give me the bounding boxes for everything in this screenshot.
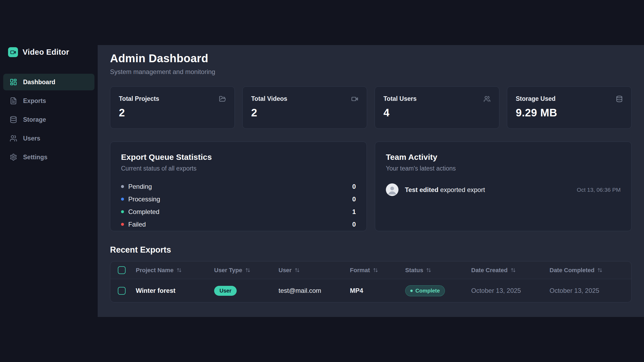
main-content: Admin Dashboard System management and mo… xyxy=(98,45,644,317)
card-subtitle: Current status of all exports xyxy=(121,165,356,172)
sort-icon[interactable] xyxy=(295,268,300,273)
activity-timestamp: Oct 13, 06:36 PM xyxy=(577,187,621,193)
activity-item: Test edited exported export Oct 13, 06:3… xyxy=(386,183,621,196)
column-header-user-type[interactable]: User Type xyxy=(207,267,272,274)
column-header-user[interactable]: User xyxy=(272,267,343,274)
completed-dot xyxy=(121,210,124,213)
sidebar-item-label: Exports xyxy=(23,97,46,105)
person-icon xyxy=(386,183,398,196)
brand-name: Video Editor xyxy=(23,48,69,57)
card-title: Team Activity xyxy=(386,153,621,162)
failed-dot xyxy=(121,223,124,226)
stat-value: 4 xyxy=(383,107,491,119)
sidebar-nav: Dashboard Exports Storage xyxy=(3,74,94,165)
stat-value: 2 xyxy=(251,107,358,119)
video-camera-icon xyxy=(351,95,358,102)
cell-date-completed: October 13, 2025 xyxy=(543,287,631,294)
recent-exports-title: Recent Exports xyxy=(110,245,632,255)
card-title: Export Queue Statistics xyxy=(121,153,356,162)
stat-label: Storage Used xyxy=(516,95,555,102)
database-icon xyxy=(10,116,17,123)
cell-user-email: test@mail.com xyxy=(272,287,343,294)
select-all-checkbox[interactable] xyxy=(118,266,126,274)
table-row: Winter forest User test@mail.com MP4 Com… xyxy=(110,279,631,302)
cell-date-created: October 13, 2025 xyxy=(464,287,543,294)
sidebar-item-exports[interactable]: Exports xyxy=(3,93,94,109)
stat-card-total-videos: Total Videos 2 xyxy=(242,86,367,129)
stat-value: 2 xyxy=(119,107,226,119)
card-subtitle: Your team's latest actions xyxy=(386,165,621,172)
sidebar-item-label: Settings xyxy=(23,154,47,161)
avatar xyxy=(386,183,398,196)
queue-row-pending: Pending 0 xyxy=(121,180,356,193)
sort-icon[interactable] xyxy=(597,268,602,273)
sidebar-item-label: Storage xyxy=(23,116,46,123)
stat-cards: Total Projects 2 Total Videos 2 xyxy=(110,86,632,129)
users-icon xyxy=(10,135,17,142)
stat-value: 9.29 MB xyxy=(516,107,623,119)
row-checkbox-cell xyxy=(110,287,129,295)
table-header-row: Project Name User Type User xyxy=(110,261,631,279)
stat-label: Total Users xyxy=(383,95,417,102)
stat-card-storage-used: Storage Used 9.29 MB xyxy=(507,86,632,129)
cell-project-name: Winter forest xyxy=(129,287,207,294)
sidebar-item-label: Dashboard xyxy=(23,79,55,86)
status-badge: Complete xyxy=(405,285,445,296)
column-header-format[interactable]: Format xyxy=(343,267,398,274)
sidebar-item-settings[interactable]: Settings xyxy=(3,149,94,165)
team-activity-card: Team Activity Your team's latest actions… xyxy=(375,142,632,231)
stat-card-total-users: Total Users 4 xyxy=(375,86,499,129)
sidebar: Video Editor Dashboard Exports xyxy=(0,0,98,362)
stat-label: Total Videos xyxy=(251,95,287,102)
gear-icon xyxy=(10,153,17,161)
sidebar-item-users[interactable]: Users xyxy=(3,130,94,147)
page-subtitle: System management and monitoring xyxy=(110,68,632,76)
sidebar-item-storage[interactable]: Storage xyxy=(3,111,94,128)
page-title: Admin Dashboard xyxy=(110,52,632,65)
queue-row-completed: Completed 1 xyxy=(121,205,356,218)
sidebar-item-dashboard[interactable]: Dashboard xyxy=(3,74,94,90)
status-dot-icon xyxy=(410,290,413,292)
sort-icon[interactable] xyxy=(177,268,182,273)
processing-dot xyxy=(121,198,124,201)
pending-dot xyxy=(121,185,124,188)
file-document-icon xyxy=(10,97,17,105)
row-checkbox[interactable] xyxy=(118,287,126,295)
users-icon xyxy=(484,95,491,102)
queue-row-processing: Processing 0 xyxy=(121,193,356,205)
sidebar-item-label: Users xyxy=(23,135,40,142)
folder-open-icon xyxy=(219,95,226,102)
stat-card-total-projects: Total Projects 2 xyxy=(110,86,235,129)
cell-user-type: User xyxy=(207,286,272,296)
sort-icon[interactable] xyxy=(511,268,516,273)
stat-label: Total Projects xyxy=(119,95,159,102)
column-header-date-created[interactable]: Date Created xyxy=(464,267,543,274)
sort-icon[interactable] xyxy=(373,268,378,273)
recent-exports-table: Project Name User Type User xyxy=(110,261,632,302)
cell-status: Complete xyxy=(398,285,464,296)
sort-icon[interactable] xyxy=(245,268,250,273)
user-type-badge: User xyxy=(214,286,237,296)
middle-row: Export Queue Statistics Current status o… xyxy=(110,142,632,231)
queue-list: Pending 0 Processing 0 Completed 1 Faile… xyxy=(121,180,356,231)
cell-format: MP4 xyxy=(343,287,398,294)
sort-icon[interactable] xyxy=(426,268,431,273)
column-header-date-completed[interactable]: Date Completed xyxy=(543,267,631,274)
brand: Video Editor xyxy=(8,47,69,57)
dashboard-grid-icon xyxy=(10,78,17,86)
header-checkbox-cell xyxy=(110,266,129,274)
export-queue-card: Export Queue Statistics Current status o… xyxy=(110,142,367,231)
column-header-project-name[interactable]: Project Name xyxy=(129,267,207,274)
queue-row-failed: Failed 0 xyxy=(121,218,356,231)
video-camera-icon xyxy=(8,47,18,57)
activity-text: Test edited exported export xyxy=(405,186,485,194)
column-header-status[interactable]: Status xyxy=(398,267,464,274)
admin-dashboard-page: { "brand": { "name": "Video Editor", "ic… xyxy=(0,0,644,362)
database-icon xyxy=(616,95,623,102)
